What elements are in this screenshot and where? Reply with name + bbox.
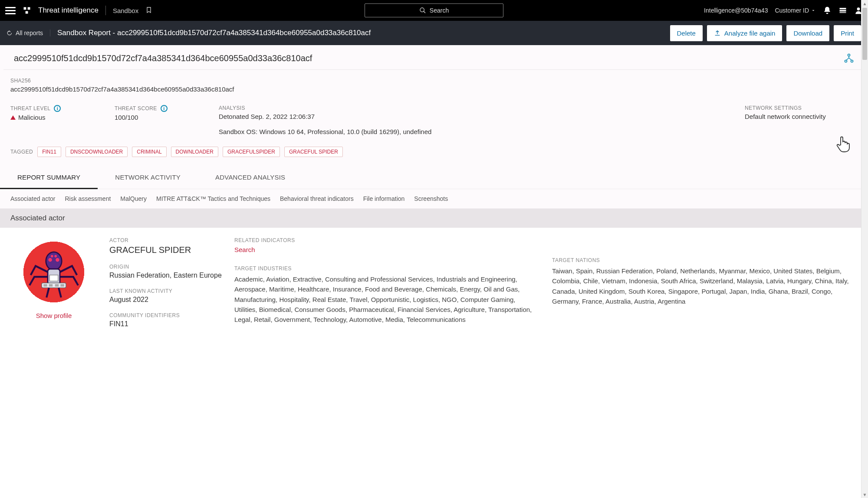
section-header-associated-actor: Associated actor	[0, 209, 868, 228]
subtab-screenshots[interactable]: Screenshots	[414, 195, 448, 202]
svg-point-9	[848, 54, 850, 56]
actor-label: ACTOR	[109, 237, 222, 243]
chevron-down-icon	[811, 8, 816, 13]
subtab-file-info[interactable]: File information	[363, 195, 405, 202]
svg-point-11	[851, 60, 853, 62]
tab-advanced-analysis[interactable]: ADVANCED ANALYSIS	[198, 167, 302, 189]
sha256-label: SHA256	[10, 78, 858, 84]
tag-row: TAGGED FIN11 DNSCDOWNLOADER CRIMINAL DOW…	[0, 144, 868, 167]
actor-name: GRACEFUL SPIDER	[109, 245, 222, 255]
industries-value: Academic, Aviation, Extractive, Consulti…	[234, 274, 540, 324]
show-profile-link[interactable]: Show profile	[10, 312, 97, 319]
analysis-label: ANALYSIS	[219, 105, 719, 111]
customer-id-dropdown[interactable]: Customer ID	[775, 7, 816, 14]
svg-rect-6	[840, 10, 846, 11]
svg-point-8	[857, 7, 860, 10]
tag[interactable]: FIN11	[37, 147, 61, 157]
community-value: FIN11	[109, 320, 222, 328]
svg-point-14	[56, 258, 59, 262]
subtab-associated-actor[interactable]: Associated actor	[10, 195, 56, 202]
indicators-search-link[interactable]: Search	[234, 246, 540, 253]
info-icon[interactable]: i	[54, 105, 61, 112]
threat-score-label: THREAT SCORE	[115, 105, 157, 111]
svg-line-4	[424, 11, 425, 13]
subtab-behavioral[interactable]: Behavioral threat indicators	[280, 195, 354, 202]
svg-rect-1	[28, 7, 30, 10]
tag[interactable]: CRIMINAL	[132, 147, 166, 157]
brand-logo-icon[interactable]	[23, 6, 31, 15]
back-all-reports[interactable]: All reports	[7, 29, 50, 36]
network-settings-label: NETWORK SETTINGS	[745, 105, 858, 111]
industries-label: TARGET INDUSTRIES	[234, 265, 540, 272]
hash-row: acc2999510f51dcd9b1570d72cf7a4a385341d36…	[3, 45, 865, 70]
nations-label: TARGET NATIONS	[552, 257, 858, 263]
print-button[interactable]: Print	[834, 25, 861, 41]
svg-rect-0	[24, 7, 26, 10]
actor-avatar	[19, 237, 89, 307]
indicators-label: RELATED INDICATORS	[234, 237, 540, 243]
threat-score-value: 100/100	[115, 114, 193, 121]
analyze-label: Analyze file again	[724, 29, 776, 37]
subtab-mitre[interactable]: MITRE ATT&CK™ Tactics and Techniques	[156, 195, 270, 202]
stack-icon[interactable]	[838, 6, 847, 15]
sha256-value: acc2999510f51dcd9b1570d72cf7a4a385341d36…	[10, 85, 858, 93]
subtab-risk-assessment[interactable]: Risk assessment	[65, 195, 111, 202]
delete-button[interactable]: Delete	[670, 25, 703, 41]
origin-label: ORIGIN	[109, 264, 222, 270]
search-placeholder: Search	[430, 7, 449, 14]
svg-rect-5	[840, 8, 846, 9]
network-settings-value: Default network connectivity	[745, 113, 858, 120]
divider	[105, 6, 106, 15]
back-label: All reports	[16, 29, 43, 36]
svg-point-16	[54, 255, 57, 258]
svg-rect-21	[49, 284, 53, 287]
community-label: COMMUNITY IDENTIFIERS	[109, 312, 222, 318]
bell-icon[interactable]	[823, 6, 832, 15]
svg-point-12	[46, 252, 62, 270]
scrollbar-thumb[interactable]	[862, 8, 867, 60]
svg-point-3	[420, 8, 424, 12]
process-tree-icon[interactable]	[844, 53, 854, 63]
breadcrumb-sandbox[interactable]: Sandbox	[113, 7, 138, 14]
analysis-os: Sandbox OS: Windows 10 64, Professional,…	[219, 128, 719, 135]
topbar: Threat intelligence Sandbox Search Intel…	[0, 0, 868, 21]
tab-network-activity[interactable]: NETWORK ACTIVITY	[98, 167, 198, 189]
spider-avatar-icon	[23, 242, 84, 302]
analyze-again-button[interactable]: Analyze file again	[707, 25, 783, 41]
svg-rect-2	[26, 11, 28, 14]
tag[interactable]: GRACEFUL SPIDER	[284, 147, 343, 157]
bookmark-icon[interactable]	[145, 6, 152, 16]
search-icon	[419, 7, 426, 14]
threat-triangle-icon	[10, 115, 16, 120]
svg-rect-22	[55, 284, 59, 287]
subtab-malquery[interactable]: MalQuery	[120, 195, 147, 202]
app-title: Threat intelligence	[38, 6, 99, 15]
customer-id-label: Customer ID	[775, 7, 809, 14]
svg-point-10	[845, 60, 847, 62]
hash-title: acc2999510f51dcd9b1570d72cf7a4a385341d36…	[14, 53, 844, 63]
svg-rect-7	[840, 12, 846, 13]
menu-icon[interactable]	[5, 5, 16, 16]
tab-report-summary[interactable]: REPORT SUMMARY	[0, 167, 98, 189]
intelligence-id: Intelligence@50b74a43	[704, 7, 768, 14]
subbar: All reports Sandbox Report - acc2999510f…	[0, 21, 868, 45]
upload-icon	[714, 29, 721, 36]
tag[interactable]: GRACEFULSPIDER	[223, 147, 280, 157]
scrollbar[interactable]: ▲ ▼	[861, 0, 868, 337]
search-input[interactable]: Search	[365, 3, 503, 17]
main-tabs: REPORT SUMMARY NETWORK ACTIVITY ADVANCED…	[0, 167, 868, 189]
tag[interactable]: DOWNLOADER	[171, 147, 218, 157]
svg-rect-18	[49, 275, 58, 281]
svg-rect-23	[60, 284, 64, 287]
report-title: Sandbox Report - acc2999510f51dcd9b1570d…	[57, 29, 371, 37]
svg-rect-20	[43, 284, 47, 287]
download-button[interactable]: Download	[786, 25, 829, 41]
tag[interactable]: DNSCDOWNLOADER	[66, 147, 128, 157]
scroll-up-icon[interactable]: ▲	[861, 0, 868, 7]
origin-value: Russian Federation, Eastern Europe	[109, 272, 222, 279]
info-icon[interactable]: i	[161, 105, 168, 112]
tagged-label: TAGGED	[10, 149, 33, 155]
back-arrow-icon	[7, 30, 13, 36]
svg-point-15	[51, 255, 53, 258]
activity-label: LAST KNOWN ACTIVITY	[109, 288, 222, 294]
